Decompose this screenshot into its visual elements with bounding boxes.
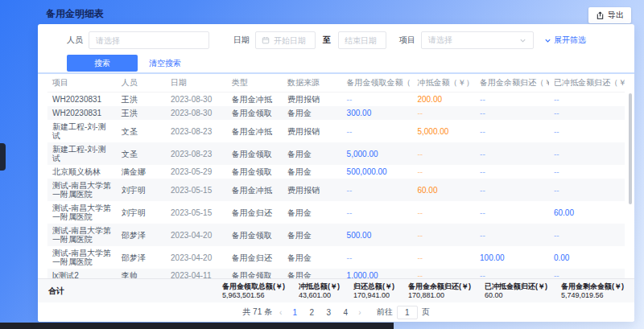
cell-date: 2023-08-23: [166, 142, 227, 165]
prev-page-button[interactable]: ‹: [278, 308, 283, 317]
start-date-input[interactable]: [274, 36, 309, 45]
cell-received: --: [342, 179, 413, 201]
cell-offset_return: --: [549, 120, 625, 142]
cell-balance_return: --: [475, 269, 549, 278]
cell-date: 2023-08-30: [166, 106, 227, 120]
side-drawer-handle[interactable]: [0, 143, 6, 171]
clear-search-link[interactable]: 清空搜索: [149, 58, 181, 69]
col-offset-return: 已冲抵金额归还（￥）: [549, 74, 625, 93]
table-header-row: 项目 人员 日期 类型 数据来源 备用金领取金额（￥） 冲抵金额（￥） 备用金余…: [47, 74, 625, 93]
cell-offset: --: [412, 246, 475, 269]
detail-table: 项目 人员 日期 类型 数据来源 备用金领取金额（￥） 冲抵金额（￥） 备用金余…: [38, 74, 634, 278]
cell-project: 测试-南昌大学第一附属医院: [47, 224, 117, 246]
project-select[interactable]: 请选择: [421, 31, 534, 49]
expand-filters-label: 展开筛选: [554, 35, 586, 46]
export-icon: [596, 11, 605, 20]
goto-page-input[interactable]: [397, 306, 418, 319]
cell-offset: --: [412, 224, 475, 246]
cell-balance_return: --: [475, 120, 549, 142]
table-row: 测试-南昌大学第一附属医院邵梦泽2023-04-20备用金领取备用金500.00…: [47, 224, 625, 246]
project-select-placeholder: 请选择: [428, 35, 452, 46]
cell-type: 备用金领取: [227, 165, 283, 179]
calendar-icon: [262, 36, 270, 44]
filter-bar: 人员 日期 至 项目 请选择: [38, 24, 634, 72]
cell-person: 邵梦泽: [117, 224, 166, 246]
page-button-4[interactable]: 4: [340, 308, 351, 317]
end-date-input[interactable]: [345, 36, 380, 45]
col-received-amount: 备用金领取金额（￥）: [342, 74, 413, 93]
summary-item: 冲抵总额(￥)43,601.00: [299, 282, 340, 300]
table-row: 测试-南昌大学第一附属医院刘宇明2023-05-15备用金冲抵费用报销--60.…: [47, 179, 625, 201]
cell-source: 备用金: [283, 269, 342, 278]
pagination-total-text: 共 71 条: [242, 306, 272, 318]
cell-balance_return: --: [475, 224, 549, 246]
cell-offset: 5,000.00: [412, 120, 475, 142]
cell-source: 备用金: [283, 246, 342, 269]
summary-row: 合计 备用金领取总额(￥)5,963,501.56冲抵总额(￥)43,601.0…: [38, 278, 634, 302]
cell-offset_return: --: [549, 269, 625, 278]
cell-received: --: [342, 120, 413, 142]
cell-received: 1,000.00: [342, 269, 413, 278]
table-body: WH20230831王洪2023-08-30备用金冲抵费用报销--200.00-…: [47, 93, 625, 279]
start-date-picker[interactable]: [255, 31, 316, 49]
vertical-scrollbar[interactable]: [629, 93, 632, 204]
export-button[interactable]: 导出: [588, 7, 631, 23]
cell-date: 2023-04-20: [166, 246, 227, 269]
cell-balance_return: --: [475, 201, 549, 224]
export-button-label: 导出: [608, 10, 624, 21]
cell-source: 备用金: [283, 165, 342, 179]
cell-balance_return: --: [475, 142, 549, 165]
goto-page: 前往 页: [377, 306, 430, 319]
cell-person: 满金娜: [117, 165, 166, 179]
date-filter: 日期 至: [233, 31, 386, 49]
cell-type: 备用金领取: [227, 224, 283, 246]
col-source: 数据来源: [283, 74, 342, 93]
cell-received: 5,000.00: [342, 142, 413, 165]
summary-item-value: 170,941.00: [353, 291, 394, 300]
cell-person: 李帅: [117, 269, 166, 278]
end-date-picker[interactable]: [338, 31, 386, 49]
cell-balance_return: --: [475, 106, 549, 120]
cell-person: 王洪: [117, 106, 166, 120]
cell-project: WH20230831: [47, 93, 117, 107]
expand-filters-link[interactable]: 展开筛选: [544, 35, 586, 46]
cell-offset_return: --: [549, 142, 625, 165]
cell-person: 文圣: [117, 120, 166, 142]
cell-person: 文圣: [117, 142, 166, 165]
col-offset-amount: 冲抵金额（￥）: [412, 74, 475, 93]
page-button-1[interactable]: 1: [289, 308, 300, 317]
cell-date: 2023-05-15: [166, 201, 227, 224]
summary-items: 备用金领取总额(￥)5,963,501.56冲抵总额(￥)43,601.00归还…: [222, 282, 634, 300]
next-page-button[interactable]: ›: [357, 308, 362, 317]
summary-item-label: 备用金剩余金额(￥): [561, 282, 624, 291]
summary-item: 备用金余额归还(￥)170,881.00: [408, 282, 471, 300]
cell-type: 备用金冲抵: [227, 120, 283, 142]
cell-project: 测试-南昌大学第一附属医院: [47, 179, 117, 201]
cell-received: 500.00: [342, 224, 413, 246]
summary-item-label: 冲抵总额(￥): [299, 282, 340, 291]
cell-received: --: [342, 93, 413, 107]
bottom-taskbar: [0, 323, 394, 329]
search-button[interactable]: 搜索: [67, 55, 138, 72]
content-card: 人员 日期 至 项目 请选择: [38, 24, 634, 322]
cell-project: 测试-南昌大学第一附属医院: [47, 201, 117, 224]
date-range-to-label: 至: [323, 35, 331, 46]
cell-received: --: [342, 201, 413, 224]
person-filter-label: 人员: [67, 35, 83, 46]
summary-item-value: 5,963,501.56: [222, 291, 285, 300]
person-input[interactable]: [89, 31, 209, 49]
cell-source: 费用报销: [283, 120, 342, 142]
cell-source: 备用金: [283, 142, 342, 165]
cell-date: 2023-08-30: [166, 93, 227, 107]
page-button-3[interactable]: 3: [323, 308, 334, 317]
col-date: 日期: [166, 74, 227, 93]
summary-item-label: 备用金领取总额(￥): [222, 282, 285, 291]
summary-total-label: 合计: [38, 286, 64, 297]
cell-type: 备用金领取: [227, 142, 283, 165]
page-button-2[interactable]: 2: [306, 308, 317, 317]
table-row: WH20230831王洪2023-08-30备用金冲抵费用报销--200.00-…: [47, 93, 625, 107]
chevron-down-icon: [519, 37, 526, 44]
summary-item-value: 60.00: [485, 291, 547, 300]
cell-balance_return: --: [475, 93, 549, 107]
table-row: lx测试2李帅2023-04-11备用金领取备用金1,000.00------: [47, 269, 625, 278]
